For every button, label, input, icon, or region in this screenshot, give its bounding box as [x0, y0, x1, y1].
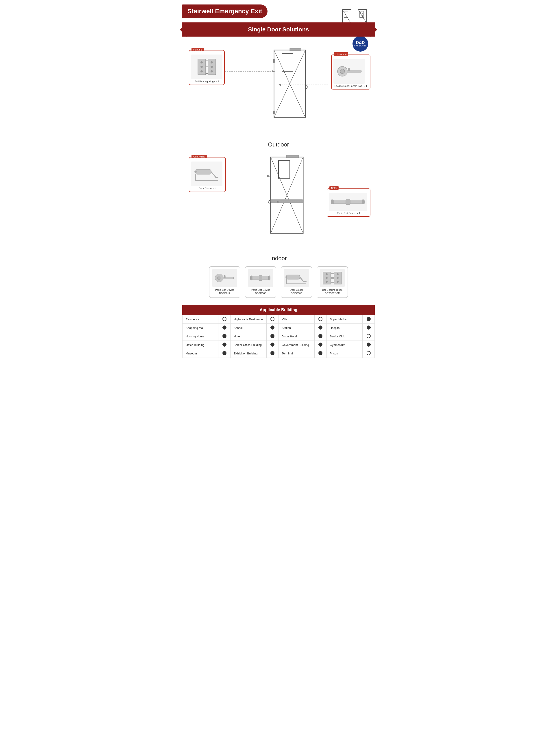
building-name: Terminal [278, 349, 314, 358]
product-svg-1 [250, 271, 272, 285]
table-row: Residence High-grade Residence Vliia Sup… [182, 315, 375, 324]
building-name: Prison [326, 349, 362, 358]
building-name: Government Building [278, 340, 314, 349]
svg-point-78 [337, 281, 339, 283]
svg-rect-35 [348, 68, 350, 71]
safety-label: Panic Exit Device x 1 [329, 212, 368, 215]
svg-rect-36 [196, 169, 211, 174]
svg-point-12 [201, 66, 203, 68]
svg-point-74 [326, 277, 328, 279]
table-row: Shopping Mall School Station Hospital [182, 324, 375, 332]
building-name: Senior Club [326, 332, 362, 340]
svg-rect-56 [346, 199, 350, 204]
dot-filled [318, 342, 322, 346]
controlling-label: Door Closer x 1 [191, 187, 224, 190]
page-title: Stairwell Emergency Exit [182, 4, 267, 18]
outdoor-section: Hanging [182, 43, 375, 138]
dot-cell [362, 349, 375, 358]
product-card-0: Panic Exit Device DDPD012 [209, 266, 240, 298]
svg-point-68 [286, 276, 287, 278]
svg-rect-64 [259, 275, 262, 281]
svg-rect-81 [331, 282, 334, 283]
dot-filled [270, 351, 274, 355]
building-name: Museum [182, 349, 218, 358]
svg-point-13 [201, 70, 203, 73]
svg-point-39 [195, 171, 197, 173]
svg-point-77 [337, 277, 339, 279]
dot-cell [362, 332, 375, 340]
svg-point-14 [210, 61, 213, 63]
dot-filled [318, 334, 322, 338]
product-label-0: Panic Exit Device DDPD012 [212, 288, 238, 295]
table-row: Museum Exhibition Building Terminal Pris… [182, 349, 375, 358]
dot-empty [223, 317, 227, 321]
applicable-table: Residence High-grade Residence Vliia Sup… [182, 315, 375, 358]
dot-cell [218, 340, 231, 349]
dot-empty [367, 351, 371, 355]
dot-cell [266, 340, 278, 349]
panic-device-image [329, 193, 367, 211]
panic-arrow-line [276, 200, 328, 204]
dot-cell [314, 349, 326, 358]
dot-cell [266, 349, 278, 358]
svg-rect-48 [286, 156, 299, 158]
operating-component: Operating Escape Door Handle Lock x 1 [331, 55, 371, 89]
svg-line-66 [300, 277, 303, 282]
product-img-1 [248, 269, 273, 287]
dot-cell [362, 315, 375, 324]
dot-cell [362, 324, 375, 332]
dot-filled [318, 351, 322, 355]
dot-empty [318, 317, 322, 321]
svg-marker-31 [278, 84, 281, 86]
door-closer-svg [193, 165, 220, 183]
controlling-tag: Controlling [192, 155, 207, 158]
svg-point-75 [326, 281, 328, 283]
banner: Single Door Solutions [182, 22, 375, 36]
svg-rect-62 [251, 276, 252, 280]
hinge-svg [196, 58, 218, 76]
safety-component: Safty Panic Exit Device x 1 [327, 189, 371, 217]
dot-empty [367, 334, 371, 338]
indoor-label: Indoor [182, 255, 375, 262]
dot-cell [314, 315, 326, 324]
product-label-1: Panic Exit Device DDPD003 [247, 288, 273, 295]
product-img-3 [320, 269, 345, 287]
lock-arrow-line [278, 83, 330, 87]
product-label-3: Ball Bearing Hinge DDSS002-FR [319, 288, 345, 295]
controlling-component: Controlling Door Closer x 1 [189, 157, 226, 192]
dot-filled [367, 342, 371, 346]
dot-cell [266, 315, 278, 324]
dot-filled [367, 317, 371, 321]
handle-lock-svg [334, 62, 364, 80]
svg-rect-54 [331, 200, 333, 204]
dot-empty [270, 317, 274, 321]
dot-filled [367, 326, 371, 330]
building-name: School [231, 324, 266, 332]
panic-device-svg [330, 195, 366, 208]
svg-point-73 [326, 273, 328, 275]
dot-filled [318, 326, 322, 330]
building-name: Shopping Mall [182, 324, 218, 332]
product-img-2 [284, 269, 309, 287]
dot-cell [218, 349, 231, 358]
indoor-section: Controlling Door Closer x 1 [182, 152, 375, 251]
building-name: Senior Office Building [231, 340, 266, 349]
svg-rect-28 [273, 111, 275, 114]
dot-filled [270, 334, 274, 338]
hinge-image [191, 55, 223, 79]
table-row: Office Building Senior Office Building G… [182, 340, 375, 349]
dot-filled [223, 351, 227, 355]
building-name: High-grade Residence [231, 315, 266, 324]
dot-cell [314, 324, 326, 332]
hanging-component: Hanging [189, 50, 225, 85]
dot-cell [266, 324, 278, 332]
svg-point-16 [210, 70, 213, 73]
svg-rect-80 [331, 277, 334, 279]
building-name: Hospital [326, 324, 362, 332]
svg-point-11 [201, 61, 203, 63]
dot-cell [314, 340, 326, 349]
product-svg-2 [285, 271, 307, 285]
indoor-door-svg [265, 155, 310, 240]
svg-rect-60 [224, 275, 225, 278]
product-img-0 [212, 269, 237, 287]
